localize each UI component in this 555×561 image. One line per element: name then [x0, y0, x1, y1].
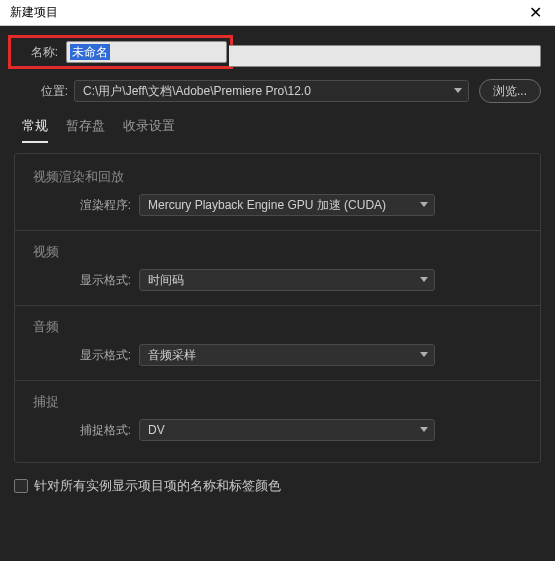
divider	[15, 305, 540, 306]
audio-row: 显示格式: 音频采样	[33, 344, 522, 366]
video-dropdown[interactable]: 时间码	[139, 269, 435, 291]
chevron-down-icon	[454, 88, 462, 93]
name-input[interactable]: 未命名	[66, 41, 227, 63]
name-row: 名称: 未命名	[14, 38, 541, 73]
tabs: 常规 暂存盘 收录设置	[14, 117, 541, 143]
audio-dropdown[interactable]: 音频采样	[139, 344, 435, 366]
chevron-down-icon	[420, 352, 428, 357]
dialog-body: 名称: 未命名 位置: C:\用户\Jeff\文档\Adobe\Premiere…	[0, 26, 555, 561]
tab-ingest[interactable]: 收录设置	[123, 117, 175, 143]
chevron-down-icon	[420, 277, 428, 282]
titlebar: 新建项目 ✕	[0, 0, 555, 26]
window-title: 新建项目	[10, 4, 58, 21]
capture-row: 捕捉格式: DV	[33, 419, 522, 441]
capture-label: 捕捉格式:	[67, 422, 139, 439]
location-row: 位置: C:\用户\Jeff\文档\Adobe\Premiere Pro\12.…	[14, 79, 541, 103]
render-row: 渲染程序: Mercury Playback Engine GPU 加速 (CU…	[33, 194, 522, 216]
name-highlight: 名称: 未命名	[8, 35, 233, 69]
render-value: Mercury Playback Engine GPU 加速 (CUDA)	[148, 198, 386, 212]
video-label: 显示格式:	[67, 272, 139, 289]
location-dropdown[interactable]: C:\用户\Jeff\文档\Adobe\Premiere Pro\12.0	[74, 80, 469, 102]
close-icon[interactable]: ✕	[515, 0, 555, 26]
video-row: 显示格式: 时间码	[33, 269, 522, 291]
audio-value: 音频采样	[148, 348, 196, 362]
capture-value: DV	[148, 423, 165, 437]
render-label: 渲染程序:	[67, 197, 139, 214]
location-label: 位置:	[14, 83, 74, 100]
name-label: 名称:	[14, 44, 64, 61]
section-audio-title: 音频	[33, 318, 522, 336]
browse-button[interactable]: 浏览...	[479, 79, 541, 103]
display-label-checkbox-row: 针对所有实例显示项目项的名称和标签颜色	[14, 477, 541, 495]
location-value: C:\用户\Jeff\文档\Adobe\Premiere Pro\12.0	[83, 84, 311, 98]
render-dropdown[interactable]: Mercury Playback Engine GPU 加速 (CUDA)	[139, 194, 435, 216]
divider	[15, 230, 540, 231]
display-label-text: 针对所有实例显示项目项的名称和标签颜色	[34, 477, 281, 495]
tab-pane-general: 视频渲染和回放 渲染程序: Mercury Playback Engine GP…	[14, 153, 541, 463]
capture-dropdown[interactable]: DV	[139, 419, 435, 441]
tab-scratch[interactable]: 暂存盘	[66, 117, 105, 143]
display-label-checkbox[interactable]	[14, 479, 28, 493]
section-capture-title: 捕捉	[33, 393, 522, 411]
chevron-down-icon	[420, 427, 428, 432]
video-value: 时间码	[148, 273, 184, 287]
divider	[15, 380, 540, 381]
audio-label: 显示格式:	[67, 347, 139, 364]
tab-general[interactable]: 常规	[22, 117, 48, 143]
section-video-title: 视频	[33, 243, 522, 261]
section-render-title: 视频渲染和回放	[33, 168, 522, 186]
chevron-down-icon	[420, 202, 428, 207]
name-value: 未命名	[70, 44, 110, 60]
